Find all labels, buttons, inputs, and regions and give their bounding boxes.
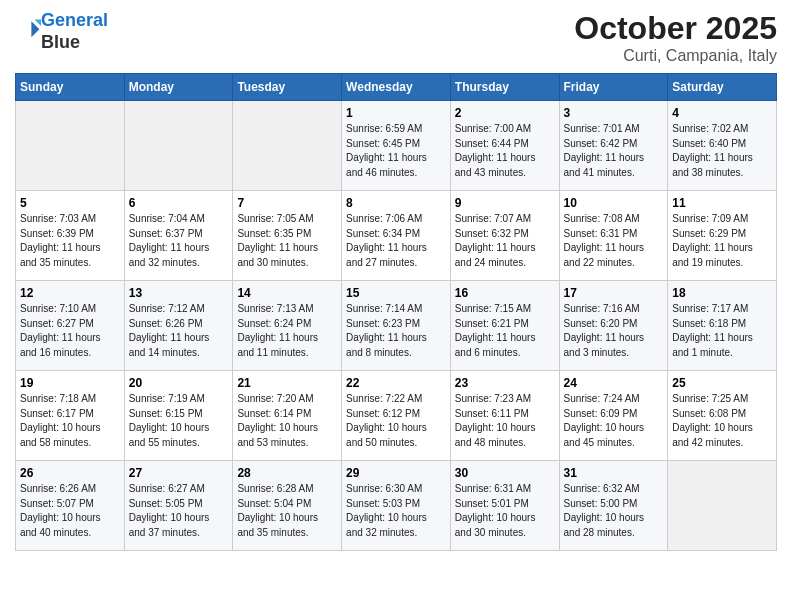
calendar-table: SundayMondayTuesdayWednesdayThursdayFrid…	[15, 73, 777, 551]
day-info: Sunrise: 7:13 AM Sunset: 6:24 PM Dayligh…	[237, 302, 337, 360]
day-info: Sunrise: 7:05 AM Sunset: 6:35 PM Dayligh…	[237, 212, 337, 270]
calendar-cell	[668, 461, 777, 551]
day-info: Sunrise: 6:26 AM Sunset: 5:07 PM Dayligh…	[20, 482, 120, 540]
calendar-page: General Blue October 2025 Curti, Campani…	[0, 0, 792, 561]
day-number: 21	[237, 376, 337, 390]
day-number: 17	[564, 286, 664, 300]
calendar-cell: 6Sunrise: 7:04 AM Sunset: 6:37 PM Daylig…	[124, 191, 233, 281]
calendar-cell: 5Sunrise: 7:03 AM Sunset: 6:39 PM Daylig…	[16, 191, 125, 281]
day-info: Sunrise: 7:09 AM Sunset: 6:29 PM Dayligh…	[672, 212, 772, 270]
day-info: Sunrise: 7:07 AM Sunset: 6:32 PM Dayligh…	[455, 212, 555, 270]
calendar-cell: 7Sunrise: 7:05 AM Sunset: 6:35 PM Daylig…	[233, 191, 342, 281]
day-info: Sunrise: 7:23 AM Sunset: 6:11 PM Dayligh…	[455, 392, 555, 450]
title-block: October 2025 Curti, Campania, Italy	[574, 10, 777, 65]
calendar-cell: 4Sunrise: 7:02 AM Sunset: 6:40 PM Daylig…	[668, 101, 777, 191]
day-info: Sunrise: 6:31 AM Sunset: 5:01 PM Dayligh…	[455, 482, 555, 540]
calendar-cell: 11Sunrise: 7:09 AM Sunset: 6:29 PM Dayli…	[668, 191, 777, 281]
day-info: Sunrise: 6:27 AM Sunset: 5:05 PM Dayligh…	[129, 482, 229, 540]
day-info: Sunrise: 7:02 AM Sunset: 6:40 PM Dayligh…	[672, 122, 772, 180]
calendar-cell: 26Sunrise: 6:26 AM Sunset: 5:07 PM Dayli…	[16, 461, 125, 551]
calendar-cell: 30Sunrise: 6:31 AM Sunset: 5:01 PM Dayli…	[450, 461, 559, 551]
day-info: Sunrise: 6:59 AM Sunset: 6:45 PM Dayligh…	[346, 122, 446, 180]
calendar-week-row: 12Sunrise: 7:10 AM Sunset: 6:27 PM Dayli…	[16, 281, 777, 371]
calendar-week-row: 5Sunrise: 7:03 AM Sunset: 6:39 PM Daylig…	[16, 191, 777, 281]
day-info: Sunrise: 6:30 AM Sunset: 5:03 PM Dayligh…	[346, 482, 446, 540]
day-info: Sunrise: 7:08 AM Sunset: 6:31 PM Dayligh…	[564, 212, 664, 270]
day-number: 8	[346, 196, 446, 210]
calendar-cell	[124, 101, 233, 191]
day-number: 27	[129, 466, 229, 480]
weekday-header: Sunday	[16, 74, 125, 101]
svg-marker-0	[31, 21, 39, 37]
calendar-cell: 9Sunrise: 7:07 AM Sunset: 6:32 PM Daylig…	[450, 191, 559, 281]
calendar-cell: 8Sunrise: 7:06 AM Sunset: 6:34 PM Daylig…	[342, 191, 451, 281]
day-number: 11	[672, 196, 772, 210]
calendar-cell	[233, 101, 342, 191]
day-info: Sunrise: 7:22 AM Sunset: 6:12 PM Dayligh…	[346, 392, 446, 450]
weekday-header: Tuesday	[233, 74, 342, 101]
day-info: Sunrise: 7:19 AM Sunset: 6:15 PM Dayligh…	[129, 392, 229, 450]
day-number: 12	[20, 286, 120, 300]
calendar-cell: 23Sunrise: 7:23 AM Sunset: 6:11 PM Dayli…	[450, 371, 559, 461]
day-number: 25	[672, 376, 772, 390]
day-number: 18	[672, 286, 772, 300]
day-number: 31	[564, 466, 664, 480]
calendar-cell: 29Sunrise: 6:30 AM Sunset: 5:03 PM Dayli…	[342, 461, 451, 551]
calendar-cell: 3Sunrise: 7:01 AM Sunset: 6:42 PM Daylig…	[559, 101, 668, 191]
day-info: Sunrise: 7:01 AM Sunset: 6:42 PM Dayligh…	[564, 122, 664, 180]
weekday-header: Thursday	[450, 74, 559, 101]
day-info: Sunrise: 6:32 AM Sunset: 5:00 PM Dayligh…	[564, 482, 664, 540]
day-number: 20	[129, 376, 229, 390]
day-number: 1	[346, 106, 446, 120]
day-info: Sunrise: 7:14 AM Sunset: 6:23 PM Dayligh…	[346, 302, 446, 360]
day-number: 22	[346, 376, 446, 390]
logo-blue: Blue	[41, 32, 80, 52]
weekday-header: Saturday	[668, 74, 777, 101]
day-number: 4	[672, 106, 772, 120]
day-number: 15	[346, 286, 446, 300]
day-number: 2	[455, 106, 555, 120]
day-number: 19	[20, 376, 120, 390]
day-number: 28	[237, 466, 337, 480]
calendar-cell: 24Sunrise: 7:24 AM Sunset: 6:09 PM Dayli…	[559, 371, 668, 461]
day-info: Sunrise: 7:24 AM Sunset: 6:09 PM Dayligh…	[564, 392, 664, 450]
day-number: 13	[129, 286, 229, 300]
day-info: Sunrise: 7:17 AM Sunset: 6:18 PM Dayligh…	[672, 302, 772, 360]
calendar-cell: 2Sunrise: 7:00 AM Sunset: 6:44 PM Daylig…	[450, 101, 559, 191]
calendar-cell: 20Sunrise: 7:19 AM Sunset: 6:15 PM Dayli…	[124, 371, 233, 461]
calendar-title: October 2025	[574, 10, 777, 47]
day-number: 3	[564, 106, 664, 120]
calendar-week-row: 1Sunrise: 6:59 AM Sunset: 6:45 PM Daylig…	[16, 101, 777, 191]
day-info: Sunrise: 6:28 AM Sunset: 5:04 PM Dayligh…	[237, 482, 337, 540]
day-number: 9	[455, 196, 555, 210]
calendar-cell: 14Sunrise: 7:13 AM Sunset: 6:24 PM Dayli…	[233, 281, 342, 371]
day-info: Sunrise: 7:06 AM Sunset: 6:34 PM Dayligh…	[346, 212, 446, 270]
day-number: 23	[455, 376, 555, 390]
day-info: Sunrise: 7:16 AM Sunset: 6:20 PM Dayligh…	[564, 302, 664, 360]
calendar-week-row: 26Sunrise: 6:26 AM Sunset: 5:07 PM Dayli…	[16, 461, 777, 551]
day-number: 5	[20, 196, 120, 210]
header: General Blue October 2025 Curti, Campani…	[15, 10, 777, 65]
weekday-header: Friday	[559, 74, 668, 101]
calendar-cell: 12Sunrise: 7:10 AM Sunset: 6:27 PM Dayli…	[16, 281, 125, 371]
weekday-header: Wednesday	[342, 74, 451, 101]
day-number: 16	[455, 286, 555, 300]
calendar-cell: 10Sunrise: 7:08 AM Sunset: 6:31 PM Dayli…	[559, 191, 668, 281]
day-number: 10	[564, 196, 664, 210]
calendar-cell: 13Sunrise: 7:12 AM Sunset: 6:26 PM Dayli…	[124, 281, 233, 371]
calendar-cell: 16Sunrise: 7:15 AM Sunset: 6:21 PM Dayli…	[450, 281, 559, 371]
logo: General Blue	[15, 10, 108, 53]
calendar-cell: 17Sunrise: 7:16 AM Sunset: 6:20 PM Dayli…	[559, 281, 668, 371]
calendar-cell: 21Sunrise: 7:20 AM Sunset: 6:14 PM Dayli…	[233, 371, 342, 461]
day-number: 29	[346, 466, 446, 480]
calendar-cell: 22Sunrise: 7:22 AM Sunset: 6:12 PM Dayli…	[342, 371, 451, 461]
day-info: Sunrise: 7:04 AM Sunset: 6:37 PM Dayligh…	[129, 212, 229, 270]
calendar-cell: 27Sunrise: 6:27 AM Sunset: 5:05 PM Dayli…	[124, 461, 233, 551]
calendar-cell	[16, 101, 125, 191]
days-header-row: SundayMondayTuesdayWednesdayThursdayFrid…	[16, 74, 777, 101]
calendar-cell: 25Sunrise: 7:25 AM Sunset: 6:08 PM Dayli…	[668, 371, 777, 461]
day-info: Sunrise: 7:15 AM Sunset: 6:21 PM Dayligh…	[455, 302, 555, 360]
day-number: 7	[237, 196, 337, 210]
logo-general: General	[41, 10, 108, 30]
day-info: Sunrise: 7:10 AM Sunset: 6:27 PM Dayligh…	[20, 302, 120, 360]
